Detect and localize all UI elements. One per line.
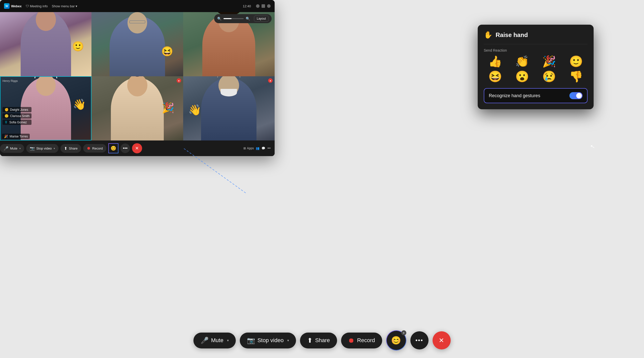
share-icon: ⬆ xyxy=(64,146,67,151)
reaction-clap[interactable]: 👏 xyxy=(511,56,534,67)
participant-clarissa: Clarissa Smith xyxy=(10,114,29,118)
apps-icon: ⊞ xyxy=(243,147,246,150)
video-cell-5[interactable]: 🎉 ● xyxy=(91,76,183,140)
reaction-thumbsup[interactable]: 👍 xyxy=(484,56,507,67)
video-icon: 📷 xyxy=(30,146,35,151)
video-cell-6[interactable]: 👋 ● xyxy=(183,76,275,140)
connector-line xyxy=(184,149,260,199)
chevron-down-icon: ▾ xyxy=(76,4,77,8)
small-toolbar: 🎤 Mute ▾ 📷 Stop video ▾ ⬆ Share ⏺ Record… xyxy=(0,140,275,156)
microphone-icon: 🎤 xyxy=(4,146,9,151)
reaction-thumbsdown[interactable]: 👎 xyxy=(565,71,588,82)
record-label: Record xyxy=(357,337,375,344)
toolbar-right-controls: ⊞ Apps 👥 💬 ••• xyxy=(243,147,271,150)
reaction-laugh[interactable]: 😆 xyxy=(484,71,507,82)
webex-window: W Webex 🛡 Meeting info Show menu bar ▾ 1… xyxy=(0,0,275,156)
raise-hand-panel: ✋ Raise hand Send Reaction 👍 👏 🎉 🙂 😆 😮 😢… xyxy=(478,25,594,109)
camera-icon: 📷 xyxy=(247,337,255,344)
reaction-party[interactable]: 🎉 xyxy=(538,56,561,67)
zoom-slider[interactable] xyxy=(223,18,244,19)
show-menu-bar-button[interactable]: Show menu bar ▾ xyxy=(52,4,78,8)
small-reactions-button[interactable]: 😊 xyxy=(108,143,118,153)
close-button[interactable] xyxy=(267,4,271,8)
recognize-gestures-label: Recognize hand gestures xyxy=(489,93,540,98)
large-mute-button[interactable]: 🎤 Mute ▾ xyxy=(194,333,236,348)
share-label: Share xyxy=(69,147,78,150)
record-label: Record xyxy=(92,147,103,150)
hand-icon: ✋ xyxy=(484,31,493,39)
large-reactions-button[interactable]: 😊 + xyxy=(386,330,406,350)
raise-hand-header: ✋ Raise hand xyxy=(484,31,588,39)
reaction-smile[interactable]: 🙂 xyxy=(565,56,588,67)
zoom-controls: 🔍 🔍 Layout xyxy=(214,14,272,23)
large-more-button[interactable]: ••• xyxy=(410,331,428,349)
layout-button[interactable]: Layout xyxy=(254,16,269,22)
panel-divider xyxy=(484,44,588,44)
video-cell-2[interactable]: 😆 xyxy=(91,12,183,76)
large-stop-video-button[interactable]: 📷 Stop video ▾ xyxy=(240,333,296,348)
apps-label: Apps xyxy=(247,147,254,150)
zoom-in-icon[interactable]: 🔍 xyxy=(246,17,250,21)
more-icon: ••• xyxy=(123,146,128,151)
record-icon: ⏺ xyxy=(348,337,355,344)
app-name: Webex xyxy=(11,4,22,8)
chat-button[interactable]: 💬 xyxy=(262,147,265,150)
rec-badge-5: ● xyxy=(177,78,181,83)
record-icon: ⏺ xyxy=(87,146,91,151)
share-icon: ⬆ xyxy=(307,337,313,344)
chevron-down-icon: ▾ xyxy=(227,338,229,342)
show-menu-bar-label: Show menu bar xyxy=(52,4,75,8)
share-label: Share xyxy=(315,337,330,344)
small-mute-button[interactable]: 🎤 Mute ▾ xyxy=(0,144,24,153)
webex-logo: W Webex xyxy=(4,3,22,9)
microphone-icon: 🎤 xyxy=(201,337,209,344)
apps-button[interactable]: ⊞ Apps xyxy=(243,147,254,150)
video-cell-4[interactable]: 👋 Henry Riggs ✊ Dwight Jones 🙂 Clarissa … xyxy=(0,76,91,140)
rec-badge-6: ● xyxy=(268,78,273,83)
recognize-gestures-row: Recognize hand gestures xyxy=(484,88,588,103)
large-share-button[interactable]: ⬆ Share xyxy=(300,333,337,348)
reaction-sad[interactable]: 😢 xyxy=(538,71,561,82)
reaction-icon: 😊 xyxy=(391,336,401,345)
small-more-button[interactable]: ••• xyxy=(120,144,130,153)
zoom-out-icon[interactable]: 🔍 xyxy=(217,17,221,21)
large-record-button[interactable]: ⏺ Record xyxy=(341,333,382,348)
more-options-button[interactable]: ••• xyxy=(267,147,271,150)
participant-dwight: Dwight Jones xyxy=(10,108,28,112)
title-bar: W Webex 🛡 Meeting info Show menu bar ▾ 1… xyxy=(0,0,275,12)
maximize-button[interactable] xyxy=(262,4,265,8)
reaction-wow[interactable]: 😮 xyxy=(511,71,534,82)
window-controls xyxy=(256,4,271,8)
large-end-button[interactable]: ✕ xyxy=(432,331,450,349)
stop-video-label: Stop video xyxy=(36,147,52,150)
clock-time: 12:40 xyxy=(243,4,251,8)
recognize-gestures-toggle[interactable] xyxy=(569,92,583,99)
webex-icon: W xyxy=(4,3,10,9)
add-badge: + xyxy=(401,330,406,335)
send-reaction-label: Send Reaction xyxy=(484,48,588,52)
reaction-emoji-icon: 😊 xyxy=(111,146,116,151)
chevron-icon: ▾ xyxy=(19,147,21,150)
meeting-info-label: Meeting info xyxy=(30,4,48,8)
ellipsis-icon: ••• xyxy=(267,147,271,150)
small-stop-video-button[interactable]: 📷 Stop video ▾ xyxy=(26,144,58,153)
cursor-pointer: ↖ xyxy=(590,143,595,151)
small-share-button[interactable]: ⬆ Share xyxy=(60,144,81,153)
toggle-knob xyxy=(576,93,582,98)
mute-label: Mute xyxy=(10,147,17,150)
small-end-button[interactable]: ✕ xyxy=(132,143,142,153)
close-icon: ✕ xyxy=(439,337,444,344)
chevron-down-icon: ▾ xyxy=(287,338,289,342)
video-cell-1[interactable]: 🙂 xyxy=(0,12,91,76)
participants-button[interactable]: 👥 xyxy=(256,147,260,150)
small-record-button[interactable]: ⏺ Record xyxy=(83,144,106,153)
large-toolbar: 🎤 Mute ▾ 📷 Stop video ▾ ⬆ Share ⏺ Record… xyxy=(194,330,451,350)
minimize-button[interactable] xyxy=(256,4,260,8)
shield-icon: 🛡 xyxy=(26,4,29,8)
participant-marise: Marise Torres xyxy=(10,135,28,138)
meeting-info-button[interactable]: 🛡 Meeting info xyxy=(26,4,48,8)
close-icon: ✕ xyxy=(135,146,139,151)
participant-sofia: Sofia Gomez xyxy=(9,121,27,124)
video-grid: 🙂 😆 xyxy=(0,12,275,140)
raise-hand-title: Raise hand xyxy=(496,31,528,39)
